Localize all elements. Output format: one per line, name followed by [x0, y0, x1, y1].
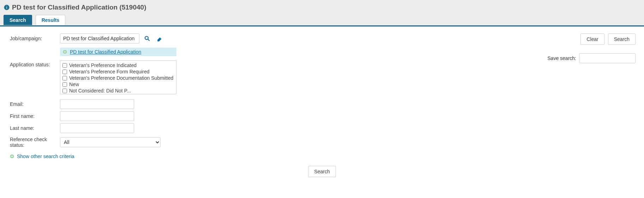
status-option[interactable]: Not Considered: Did Not P... [62, 88, 174, 94]
page-title: PD test for Classified Application (5190… [12, 4, 146, 11]
tab-search[interactable]: Search [4, 15, 32, 25]
status-option-label: New [69, 82, 79, 87]
job-campaign-tag[interactable]: PD test for Classified Application [60, 48, 176, 56]
status-option-label: Veteran's Preference Indicated [69, 62, 137, 68]
status-option-label: Veteran's Preference Documentation Submi… [69, 75, 173, 81]
page-title-row: PD test for Classified Application (5190… [4, 2, 640, 15]
label-application-status: Application status: [4, 60, 60, 69]
last-name-input[interactable] [60, 123, 134, 133]
first-name-input[interactable] [60, 111, 134, 121]
svg-point-3 [145, 36, 148, 40]
email-input[interactable] [60, 99, 134, 109]
svg-rect-7 [64, 52, 66, 52]
status-option[interactable]: New [62, 81, 174, 88]
status-option[interactable]: Veteran's Preference Documentation Submi… [62, 75, 174, 81]
plus-icon [10, 154, 15, 159]
label-reference-check: Reference check status: [4, 135, 60, 149]
search-icon[interactable] [142, 34, 152, 43]
tab-results[interactable]: Results [36, 15, 66, 25]
application-status-listbox[interactable]: Veteran's Preference IndicatedVeteran's … [60, 60, 176, 94]
job-campaign-tag-label: PD test for Classified Application [70, 49, 141, 55]
status-checkbox[interactable] [62, 70, 67, 74]
status-option[interactable]: Veteran's Preference Form Required [62, 68, 174, 75]
status-checkbox[interactable] [62, 76, 67, 80]
svg-rect-1 [6, 7, 7, 9]
search-button-top[interactable]: Search [608, 34, 636, 45]
reference-check-select[interactable]: All [60, 137, 161, 147]
status-option[interactable]: Veteran's Preference Indicated [62, 62, 174, 68]
label-save-search: Save search: [547, 55, 576, 61]
plus-icon [63, 49, 68, 54]
status-checkbox[interactable] [62, 89, 67, 93]
svg-rect-10 [11, 156, 13, 157]
status-checkbox[interactable] [62, 82, 67, 87]
job-campaign-input[interactable] [60, 34, 139, 43]
label-email: Email: [4, 100, 60, 108]
save-search-input[interactable] [579, 53, 636, 63]
info-icon [4, 4, 10, 11]
status-option-label: Not Considered: Did Not P... [69, 88, 131, 94]
label-last-name: Last name: [4, 124, 60, 132]
search-button-bottom[interactable]: Search [308, 166, 336, 177]
label-first-name: First name: [4, 112, 60, 120]
svg-line-4 [148, 39, 150, 41]
svg-rect-2 [6, 6, 7, 7]
show-other-criteria-link[interactable]: Show other search criteria [10, 154, 74, 159]
label-job-campaign: Job/campaign: [4, 34, 60, 43]
tab-bar: Search Results [4, 15, 640, 25]
clear-button[interactable]: Clear [580, 34, 604, 45]
eraser-icon[interactable] [155, 34, 165, 43]
status-option-label: Veteran's Preference Form Required [69, 69, 150, 74]
status-checkbox[interactable] [62, 63, 67, 68]
show-other-criteria-label: Show other search criteria [17, 154, 74, 159]
